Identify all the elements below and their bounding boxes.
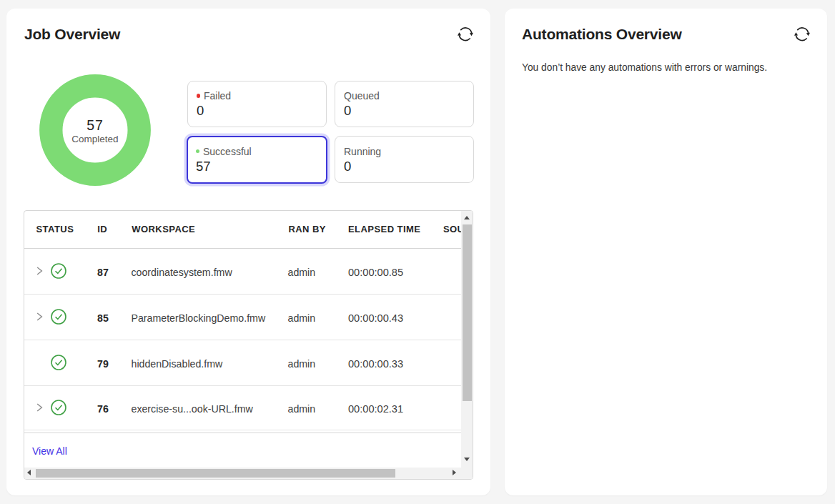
svg-text:57: 57 bbox=[87, 117, 103, 133]
svg-text:Completed: Completed bbox=[71, 134, 118, 144]
